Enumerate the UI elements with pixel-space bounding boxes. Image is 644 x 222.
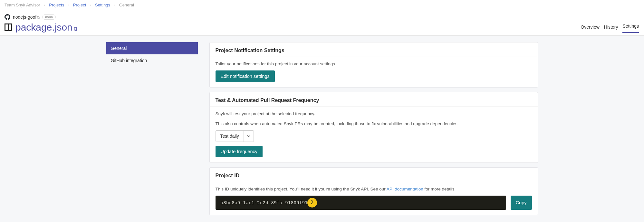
breadcrumb-settings[interactable]: Settings xyxy=(95,3,110,7)
breadcrumb-team[interactable]: Team Snyk Advisor xyxy=(5,3,40,7)
frequency-select-value: Test daily xyxy=(216,131,244,142)
breadcrumb-general: General xyxy=(119,3,134,7)
panel-title: Test & Automated Pull Request Frequency xyxy=(216,97,532,103)
npm-icon xyxy=(5,23,12,31)
chevron-right-icon: › xyxy=(44,3,45,7)
copy-button[interactable]: Copy xyxy=(511,196,532,210)
panel-description: This ID uniquely identifies this project… xyxy=(216,186,532,192)
frequency-select[interactable]: Test daily xyxy=(216,130,254,142)
branch-pill: main xyxy=(42,14,56,20)
tab-history[interactable]: History xyxy=(604,24,618,33)
update-frequency-button[interactable]: Update frequency xyxy=(216,146,263,157)
content: General GitHub integration Project Notif… xyxy=(0,36,644,222)
api-documentation-link[interactable]: API documentation xyxy=(387,187,423,191)
tabs: Overview History Settings xyxy=(581,23,639,33)
sidenav-item-github[interactable]: GitHub integration xyxy=(106,54,198,67)
panel-title: Project Notification Settings xyxy=(216,48,532,53)
chevron-right-icon: › xyxy=(90,3,91,7)
chevron-right-icon: › xyxy=(114,3,115,7)
breadcrumb-projects[interactable]: Projects xyxy=(49,3,64,7)
tab-settings[interactable]: Settings xyxy=(622,23,639,33)
breadcrumb-project[interactable]: Project xyxy=(73,3,86,7)
panel-description: Tailor your notifications for this proje… xyxy=(216,61,532,67)
panel-test-frequency: Test & Automated Pull Request Frequency … xyxy=(209,92,538,163)
panel-description: This also controls when automated Snyk P… xyxy=(216,121,532,127)
tab-overview[interactable]: Overview xyxy=(581,24,599,33)
chevron-down-icon xyxy=(244,131,254,142)
panel-description: Snyk will test your project at the selec… xyxy=(216,111,532,117)
annotation-marker-2: 2 xyxy=(307,198,317,208)
chevron-right-icon: › xyxy=(68,3,69,7)
side-nav: General GitHub integration xyxy=(106,42,198,215)
panel-title: Project ID xyxy=(216,173,532,179)
edit-notification-settings-button[interactable]: Edit notification settings xyxy=(216,70,275,82)
repo-name[interactable]: nodejs-goof⧉ xyxy=(13,14,40,20)
panel-notification-settings: Project Notification Settings Tailor you… xyxy=(209,42,538,88)
page-header: nodejs-goof⧉ main package.json⧉ Overview… xyxy=(0,10,644,33)
external-link-icon: ⧉ xyxy=(74,26,77,32)
page-title[interactable]: package.json⧉ xyxy=(15,22,77,33)
panel-project-id: Project ID This ID uniquely identifies t… xyxy=(209,167,538,215)
external-link-icon: ⧉ xyxy=(37,15,40,19)
github-icon xyxy=(5,14,10,20)
breadcrumb: Team Snyk Advisor › Projects › Project ›… xyxy=(0,0,644,10)
sidenav-item-general[interactable]: General xyxy=(106,42,198,54)
project-id-value[interactable]: a8bc8a9-1ac1-2c2d-89fa-91809f915ba 2 xyxy=(216,196,506,210)
